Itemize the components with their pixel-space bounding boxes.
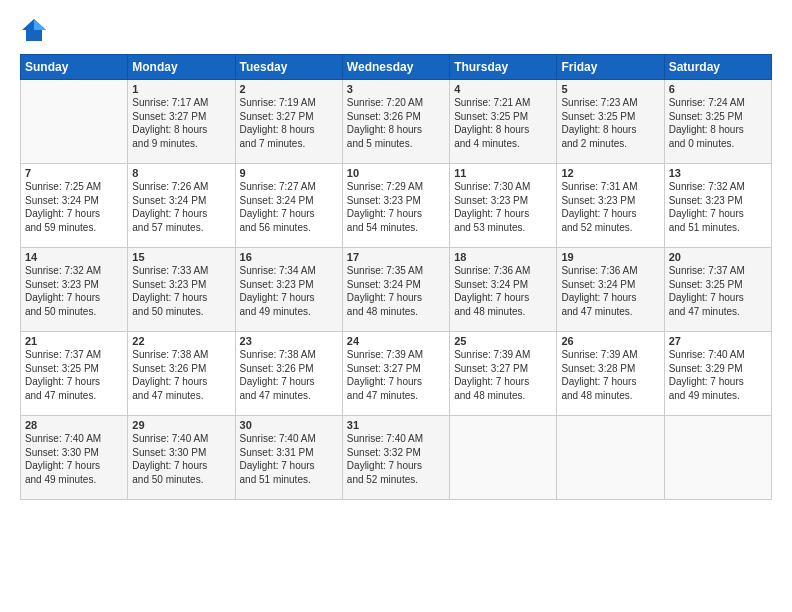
day-info: Sunrise: 7:34 AM Sunset: 3:23 PM Dayligh…: [240, 264, 338, 318]
day-number: 12: [561, 167, 659, 179]
calendar-week-row: 21Sunrise: 7:37 AM Sunset: 3:25 PM Dayli…: [21, 332, 772, 416]
calendar-cell: 3Sunrise: 7:20 AM Sunset: 3:26 PM Daylig…: [342, 80, 449, 164]
calendar-cell: 12Sunrise: 7:31 AM Sunset: 3:23 PM Dayli…: [557, 164, 664, 248]
day-info: Sunrise: 7:36 AM Sunset: 3:24 PM Dayligh…: [454, 264, 552, 318]
day-number: 6: [669, 83, 767, 95]
calendar-cell: 2Sunrise: 7:19 AM Sunset: 3:27 PM Daylig…: [235, 80, 342, 164]
calendar-cell: 19Sunrise: 7:36 AM Sunset: 3:24 PM Dayli…: [557, 248, 664, 332]
calendar-cell: 27Sunrise: 7:40 AM Sunset: 3:29 PM Dayli…: [664, 332, 771, 416]
day-number: 14: [25, 251, 123, 263]
calendar-week-row: 28Sunrise: 7:40 AM Sunset: 3:30 PM Dayli…: [21, 416, 772, 500]
day-number: 25: [454, 335, 552, 347]
day-number: 28: [25, 419, 123, 431]
day-info: Sunrise: 7:31 AM Sunset: 3:23 PM Dayligh…: [561, 180, 659, 234]
day-number: 22: [132, 335, 230, 347]
day-info: Sunrise: 7:23 AM Sunset: 3:25 PM Dayligh…: [561, 96, 659, 150]
day-info: Sunrise: 7:19 AM Sunset: 3:27 PM Dayligh…: [240, 96, 338, 150]
calendar-table: SundayMondayTuesdayWednesdayThursdayFrid…: [20, 54, 772, 500]
day-number: 30: [240, 419, 338, 431]
page-header: [20, 16, 772, 44]
calendar-cell: 22Sunrise: 7:38 AM Sunset: 3:26 PM Dayli…: [128, 332, 235, 416]
calendar-cell: 4Sunrise: 7:21 AM Sunset: 3:25 PM Daylig…: [450, 80, 557, 164]
calendar-cell: 13Sunrise: 7:32 AM Sunset: 3:23 PM Dayli…: [664, 164, 771, 248]
day-info: Sunrise: 7:25 AM Sunset: 3:24 PM Dayligh…: [25, 180, 123, 234]
day-number: 27: [669, 335, 767, 347]
day-info: Sunrise: 7:39 AM Sunset: 3:27 PM Dayligh…: [454, 348, 552, 402]
day-info: Sunrise: 7:21 AM Sunset: 3:25 PM Dayligh…: [454, 96, 552, 150]
day-number: 8: [132, 167, 230, 179]
calendar-week-row: 1Sunrise: 7:17 AM Sunset: 3:27 PM Daylig…: [21, 80, 772, 164]
day-info: Sunrise: 7:33 AM Sunset: 3:23 PM Dayligh…: [132, 264, 230, 318]
calendar-cell: [664, 416, 771, 500]
day-number: 19: [561, 251, 659, 263]
calendar-cell: [21, 80, 128, 164]
weekday-header: Friday: [557, 55, 664, 80]
day-info: Sunrise: 7:24 AM Sunset: 3:25 PM Dayligh…: [669, 96, 767, 150]
day-info: Sunrise: 7:29 AM Sunset: 3:23 PM Dayligh…: [347, 180, 445, 234]
calendar-cell: 17Sunrise: 7:35 AM Sunset: 3:24 PM Dayli…: [342, 248, 449, 332]
day-number: 1: [132, 83, 230, 95]
day-info: Sunrise: 7:40 AM Sunset: 3:31 PM Dayligh…: [240, 432, 338, 486]
calendar-cell: 30Sunrise: 7:40 AM Sunset: 3:31 PM Dayli…: [235, 416, 342, 500]
calendar-cell: 16Sunrise: 7:34 AM Sunset: 3:23 PM Dayli…: [235, 248, 342, 332]
day-number: 20: [669, 251, 767, 263]
calendar-header: SundayMondayTuesdayWednesdayThursdayFrid…: [21, 55, 772, 80]
day-number: 9: [240, 167, 338, 179]
calendar-cell: 18Sunrise: 7:36 AM Sunset: 3:24 PM Dayli…: [450, 248, 557, 332]
day-info: Sunrise: 7:20 AM Sunset: 3:26 PM Dayligh…: [347, 96, 445, 150]
day-number: 7: [25, 167, 123, 179]
calendar-cell: 31Sunrise: 7:40 AM Sunset: 3:32 PM Dayli…: [342, 416, 449, 500]
logo-icon: [20, 16, 48, 44]
calendar-week-row: 14Sunrise: 7:32 AM Sunset: 3:23 PM Dayli…: [21, 248, 772, 332]
calendar-cell: [450, 416, 557, 500]
weekday-header: Wednesday: [342, 55, 449, 80]
day-info: Sunrise: 7:32 AM Sunset: 3:23 PM Dayligh…: [25, 264, 123, 318]
day-number: 15: [132, 251, 230, 263]
day-info: Sunrise: 7:40 AM Sunset: 3:30 PM Dayligh…: [25, 432, 123, 486]
calendar-cell: 29Sunrise: 7:40 AM Sunset: 3:30 PM Dayli…: [128, 416, 235, 500]
weekday-header: Monday: [128, 55, 235, 80]
calendar-cell: 15Sunrise: 7:33 AM Sunset: 3:23 PM Dayli…: [128, 248, 235, 332]
calendar-week-row: 7Sunrise: 7:25 AM Sunset: 3:24 PM Daylig…: [21, 164, 772, 248]
day-number: 21: [25, 335, 123, 347]
day-number: 17: [347, 251, 445, 263]
calendar-cell: 7Sunrise: 7:25 AM Sunset: 3:24 PM Daylig…: [21, 164, 128, 248]
day-info: Sunrise: 7:39 AM Sunset: 3:28 PM Dayligh…: [561, 348, 659, 402]
weekday-header: Thursday: [450, 55, 557, 80]
day-info: Sunrise: 7:32 AM Sunset: 3:23 PM Dayligh…: [669, 180, 767, 234]
day-info: Sunrise: 7:30 AM Sunset: 3:23 PM Dayligh…: [454, 180, 552, 234]
day-number: 23: [240, 335, 338, 347]
day-info: Sunrise: 7:37 AM Sunset: 3:25 PM Dayligh…: [25, 348, 123, 402]
weekday-header: Tuesday: [235, 55, 342, 80]
day-info: Sunrise: 7:40 AM Sunset: 3:32 PM Dayligh…: [347, 432, 445, 486]
day-info: Sunrise: 7:39 AM Sunset: 3:27 PM Dayligh…: [347, 348, 445, 402]
day-info: Sunrise: 7:26 AM Sunset: 3:24 PM Dayligh…: [132, 180, 230, 234]
day-info: Sunrise: 7:36 AM Sunset: 3:24 PM Dayligh…: [561, 264, 659, 318]
calendar-cell: 21Sunrise: 7:37 AM Sunset: 3:25 PM Dayli…: [21, 332, 128, 416]
calendar-cell: 11Sunrise: 7:30 AM Sunset: 3:23 PM Dayli…: [450, 164, 557, 248]
day-info: Sunrise: 7:35 AM Sunset: 3:24 PM Dayligh…: [347, 264, 445, 318]
day-number: 2: [240, 83, 338, 95]
day-number: 16: [240, 251, 338, 263]
svg-marker-1: [34, 19, 46, 30]
calendar-cell: 8Sunrise: 7:26 AM Sunset: 3:24 PM Daylig…: [128, 164, 235, 248]
calendar-cell: 24Sunrise: 7:39 AM Sunset: 3:27 PM Dayli…: [342, 332, 449, 416]
calendar-cell: 10Sunrise: 7:29 AM Sunset: 3:23 PM Dayli…: [342, 164, 449, 248]
day-number: 29: [132, 419, 230, 431]
day-number: 11: [454, 167, 552, 179]
day-number: 4: [454, 83, 552, 95]
day-number: 26: [561, 335, 659, 347]
day-number: 18: [454, 251, 552, 263]
calendar-cell: [557, 416, 664, 500]
day-info: Sunrise: 7:40 AM Sunset: 3:29 PM Dayligh…: [669, 348, 767, 402]
calendar-cell: 14Sunrise: 7:32 AM Sunset: 3:23 PM Dayli…: [21, 248, 128, 332]
day-number: 10: [347, 167, 445, 179]
day-info: Sunrise: 7:37 AM Sunset: 3:25 PM Dayligh…: [669, 264, 767, 318]
calendar-cell: 25Sunrise: 7:39 AM Sunset: 3:27 PM Dayli…: [450, 332, 557, 416]
logo: [20, 16, 52, 44]
calendar-cell: 23Sunrise: 7:38 AM Sunset: 3:26 PM Dayli…: [235, 332, 342, 416]
weekday-header: Sunday: [21, 55, 128, 80]
calendar-cell: 20Sunrise: 7:37 AM Sunset: 3:25 PM Dayli…: [664, 248, 771, 332]
day-info: Sunrise: 7:40 AM Sunset: 3:30 PM Dayligh…: [132, 432, 230, 486]
day-number: 13: [669, 167, 767, 179]
